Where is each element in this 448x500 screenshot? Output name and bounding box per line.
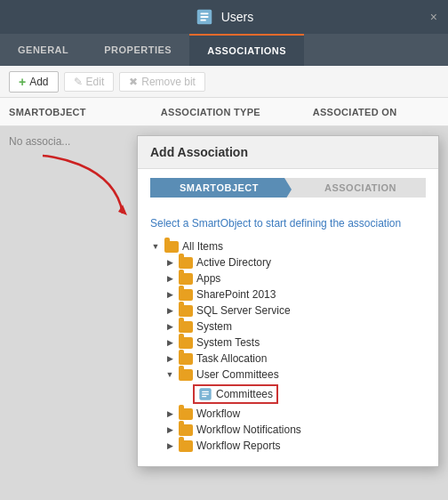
modal-overlay: Add Association SmartObject Association … [0,126,448,500]
tree-item-workflownotifications[interactable]: ▶ Workflow Notifications [150,422,426,438]
app-icon [195,7,214,27]
title-bar: Users × [0,0,448,34]
modal-title: Add Association [138,136,438,169]
toggle-system[interactable]: ▶ [164,321,175,332]
table-header: SmartObject Association Type Associated … [0,98,448,126]
folder-icon-activedirectory [179,257,193,269]
tree-item-allitems[interactable]: ▼ All Items [150,238,426,254]
delete-label: Remove bit [141,76,196,88]
folder-icon-usercommittees [179,369,193,381]
step2-association: Association [284,178,426,198]
toggle-activedirectory[interactable]: ▶ [164,257,175,268]
label-activedirectory: Active Directory [196,256,271,269]
toggle-workflow[interactable]: ▶ [164,408,175,419]
label-workflownotifications: Workflow Notifications [196,423,301,436]
toggle-apps[interactable]: ▶ [164,273,175,284]
title-bar-content: Users [195,7,254,27]
table-body: No associa... Add Association SmartObjec… [0,126,448,500]
tree-item-taskallocation[interactable]: ▶ Task Allocation [150,351,426,367]
hint-link[interactable]: association [348,217,401,230]
toggle-sqlserver[interactable]: ▶ [164,305,175,316]
folder-icon-apps [179,273,193,285]
toggle-allitems[interactable]: ▼ [150,241,161,252]
modal-body: Select a SmartObject to start defining t… [138,205,438,466]
edit-label: Edit [86,76,105,88]
folder-icon-allitems [164,241,179,253]
step1-label: SmartObject [180,182,259,193]
step1-smartobject: SmartObject [150,178,284,198]
tree: ▼ All Items ▶ Active Directory ▶ [150,238,426,454]
toggle-workflowreports[interactable]: ▶ [164,440,175,451]
toolbar: + Add ✎ Edit ✖ Remove bit [0,66,448,98]
toggle-sharepoint[interactable]: ▶ [164,289,175,300]
tab-properties[interactable]: Properties [86,34,189,66]
label-sharepoint: SharePoint 2013 [196,288,276,301]
smartobject-icon-committees [198,387,212,401]
col-header-assocdate: Associated On [313,107,439,117]
folder-icon-workflownotifications [179,424,193,436]
toggle-systemtests[interactable]: ▶ [164,337,175,348]
label-sqlserver: SQL Server Service [196,304,291,317]
step2-label: Association [324,182,396,193]
tree-item-committees[interactable]: Committees [150,383,426,406]
main-window: Users × General Properties Associations … [0,0,448,500]
nav-tabs: General Properties Associations [0,34,448,66]
label-systemtests: System Tests [196,336,260,349]
label-taskallocation: Task Allocation [196,352,267,365]
add-label: Add [29,76,48,88]
toggle-usercommittees[interactable]: ▼ [164,369,175,380]
label-workflowreports: Workflow Reports [196,440,280,452]
col-header-assoctype: Association Type [161,107,313,117]
modal-hint: Select a SmartObject to start defining t… [150,217,426,230]
tree-item-apps[interactable]: ▶ Apps [150,270,426,286]
tree-item-activedirectory[interactable]: ▶ Active Directory [150,254,426,270]
tab-general[interactable]: General [0,34,86,66]
add-button[interactable]: + Add [9,71,59,93]
label-workflow: Workflow [196,407,240,420]
folder-icon-workflowreports [179,440,193,452]
label-usercommittees: User Committees [196,368,279,381]
folder-icon-systemtests [179,337,193,349]
close-button[interactable]: × [430,10,437,24]
tree-item-usercommittees[interactable]: ▼ User Committees [150,367,426,383]
label-apps: Apps [196,272,220,285]
tree-item-workflow[interactable]: ▶ Workflow [150,406,426,422]
folder-icon-taskallocation [179,353,193,365]
tree-item-sqlserver[interactable]: ▶ SQL Server Service [150,302,426,319]
add-association-modal: Add Association SmartObject Association … [137,135,439,467]
label-allitems: All Items [182,240,223,253]
delete-icon: ✖ [129,76,138,88]
edit-button: ✎ Edit [64,72,115,92]
delete-button: ✖ Remove bit [119,72,205,92]
folder-icon-workflow [179,408,193,420]
hint-text: Select a SmartObject to start defining t… [150,217,345,230]
folder-icon-sharepoint [179,289,193,301]
tree-item-system[interactable]: ▶ System [150,319,426,335]
folder-icon-system [179,321,193,333]
spacer-committees [179,389,189,399]
tree-item-workflowreports[interactable]: ▶ Workflow Reports [150,438,426,454]
tab-associations[interactable]: Associations [189,34,304,66]
label-committees: Committees [216,388,273,400]
col-header-smartobject: SmartObject [9,107,161,117]
tree-item-systemtests[interactable]: ▶ System Tests [150,335,426,351]
label-system: System [196,320,232,333]
committees-highlighted[interactable]: Committees [193,384,278,404]
toggle-workflownotifications[interactable]: ▶ [164,424,175,435]
window-title: Users [221,10,254,24]
edit-icon: ✎ [74,76,83,88]
tree-item-sharepoint[interactable]: ▶ SharePoint 2013 [150,286,426,302]
toggle-taskallocation[interactable]: ▶ [164,353,175,364]
folder-icon-sqlserver [179,305,193,317]
plus-icon: + [19,75,26,89]
